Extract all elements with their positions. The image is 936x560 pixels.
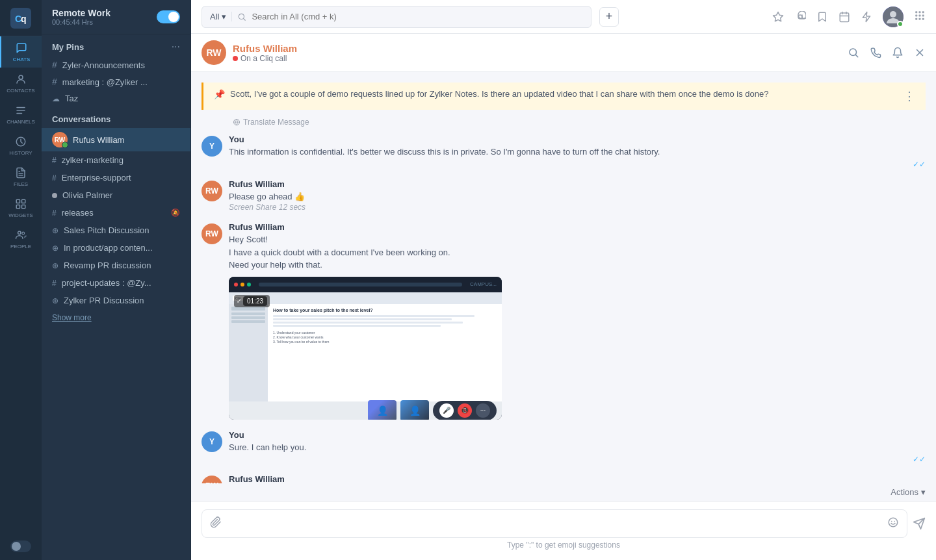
conv-item-zylker-pr[interactable]: ⊕ Zylker PR Discussion	[42, 292, 190, 309]
at-icon[interactable]	[794, 11, 806, 23]
list-item: 2. Know what your customer wants	[273, 335, 497, 339]
star-icon[interactable]	[772, 11, 784, 23]
search-input[interactable]	[252, 12, 583, 21]
conv-item-rufus[interactable]: RW Rufus William	[42, 128, 190, 151]
actions-label: Actions	[890, 487, 918, 497]
lightning-icon[interactable]	[861, 11, 872, 23]
search-scope-label: All	[210, 12, 219, 21]
translate-icon	[233, 118, 240, 126]
message-sender: You	[229, 134, 926, 144]
conv-label: Revamp PR discussion	[64, 261, 151, 270]
translate-hint[interactable]: Translate Message	[202, 115, 926, 134]
caller-face: 👤	[400, 400, 429, 420]
workspace-toggle[interactable]	[157, 10, 180, 23]
people-icon	[14, 229, 27, 242]
conv-item-revamp-pr[interactable]: ⊕ Revamp PR discussion	[42, 257, 190, 274]
more-options-button[interactable]: ···	[476, 403, 490, 418]
conv-item-proj-updates[interactable]: # project-updates : @Zy...	[42, 274, 190, 292]
cloud-icon: ☁	[52, 94, 60, 103]
pin-label: Taz	[65, 94, 78, 103]
conv-item-sales-pitch[interactable]: ⊕ Sales Pitch Discussion	[42, 222, 190, 239]
attach-icon[interactable]	[210, 516, 222, 531]
message-text: I have a quick doubt with a document I'v…	[229, 246, 926, 259]
pinned-message-text: Scott, I've got a couple of demo request…	[230, 89, 898, 99]
sidebar-item-channels[interactable]: CHANNELS	[0, 99, 42, 130]
message-group: Y You Sure. I can help you. ✓✓	[202, 430, 926, 465]
message-text: Hey Scott!	[229, 233, 926, 246]
conv-item-zylker-marketing[interactable]: # zylker-marketing	[42, 151, 190, 169]
search-scope-selector[interactable]: All ▾	[210, 12, 232, 21]
pins-more-button[interactable]: ···	[172, 41, 180, 53]
show-more-button[interactable]: Show more	[42, 309, 190, 326]
pin-item-zyler-announcements[interactable]: # Zyler-Announcements	[42, 57, 190, 73]
bookmark-icon[interactable]	[816, 11, 828, 23]
svg-rect-18	[922, 11, 924, 13]
conv-label: releases	[62, 208, 166, 218]
sidebar-item-history[interactable]: HISTORY	[0, 130, 42, 161]
expand-button[interactable]: ⤢ 01:23	[234, 295, 270, 307]
window-dot-green	[247, 283, 251, 286]
svg-rect-8	[22, 205, 25, 209]
app-logo-area[interactable]: C q	[0, 0, 42, 36]
globe-icon: ⊕	[52, 226, 58, 235]
conv-item-enterprise-support[interactable]: # Enterprise-support	[42, 169, 190, 186]
workspace-name: Remote Work	[52, 8, 110, 18]
user-avatar-container[interactable]	[883, 6, 904, 27]
chats-icon	[15, 42, 28, 55]
screen-share-thumbnail[interactable]: CAMPUS... Cliq Tags ×	[229, 277, 502, 420]
actions-row[interactable]: Actions ▾	[191, 483, 936, 501]
svg-rect-21	[922, 14, 924, 16]
avatar-status-dot	[897, 21, 904, 27]
message-content: You This information is confidential. It…	[229, 134, 926, 169]
sidebar-item-contacts[interactable]: CONTACTS	[0, 68, 42, 99]
conv-label: project-updates : @Zy...	[62, 278, 151, 288]
conv-label: In product/app conten...	[64, 243, 153, 253]
sidebar-item-people[interactable]: PEOPLE	[0, 223, 42, 255]
add-button[interactable]: +	[599, 7, 619, 27]
sidebar-bar	[231, 320, 265, 323]
globe-icon: ⊕	[52, 261, 58, 270]
phone-icon[interactable]	[870, 47, 881, 58]
svg-rect-6	[22, 199, 25, 203]
files-icon	[14, 166, 27, 179]
pin-item-marketing[interactable]: # marketing : @Zylker ...	[42, 73, 190, 90]
rufus-avatar: RW	[52, 132, 68, 147]
hash-icon: #	[52, 77, 57, 87]
search-chat-icon[interactable]	[848, 47, 859, 58]
top-nav-icons	[772, 6, 926, 27]
grid-icon[interactable]	[914, 10, 926, 24]
chat-header-actions	[848, 47, 926, 58]
conv-item-releases[interactable]: # releases 🔕	[42, 204, 190, 222]
bell-icon[interactable]	[892, 47, 904, 58]
sidebar-item-files[interactable]: FILES	[0, 161, 42, 192]
calendar-icon[interactable]	[838, 11, 850, 23]
app-logo-icon: C q	[10, 8, 31, 29]
pin-item-taz[interactable]: ☁ Taz	[42, 90, 190, 107]
message-group: RW Rufus William Okay then. I will quick…	[202, 474, 926, 483]
pinned-more-button[interactable]: ⋮	[904, 89, 915, 103]
conv-item-olivia[interactable]: Olivia Palmer	[42, 186, 190, 204]
conv-label: zylker-marketing	[62, 155, 124, 165]
message-text-input[interactable]	[231, 519, 881, 529]
message-text: Sure. I can help you.	[229, 441, 926, 454]
close-icon[interactable]	[914, 47, 926, 58]
sidebar-item-widgets[interactable]: WIDGETS	[0, 192, 42, 223]
call-status-dot	[233, 56, 238, 61]
svg-rect-16	[915, 11, 917, 13]
read-tick: ✓✓	[229, 455, 926, 464]
end-call-button[interactable]: 📵	[458, 403, 472, 418]
mic-button[interactable]: 🎤	[439, 403, 454, 418]
theme-toggle[interactable]	[10, 541, 31, 552]
search-container: All ▾	[202, 6, 592, 28]
message-sender: You	[229, 430, 926, 440]
svg-rect-22	[915, 18, 917, 19]
url-bar	[259, 283, 462, 286]
emoji-icon[interactable]	[887, 516, 899, 531]
sidebar-item-chats[interactable]: CHATS	[0, 36, 42, 68]
send-icon[interactable]	[913, 517, 926, 530]
offline-dot-icon	[52, 193, 57, 198]
conv-label: Rufus William	[73, 135, 124, 145]
pin-icon: 📌	[214, 89, 225, 99]
svg-rect-13	[840, 13, 849, 22]
conv-item-in-product[interactable]: ⊕ In product/app conten...	[42, 239, 190, 257]
